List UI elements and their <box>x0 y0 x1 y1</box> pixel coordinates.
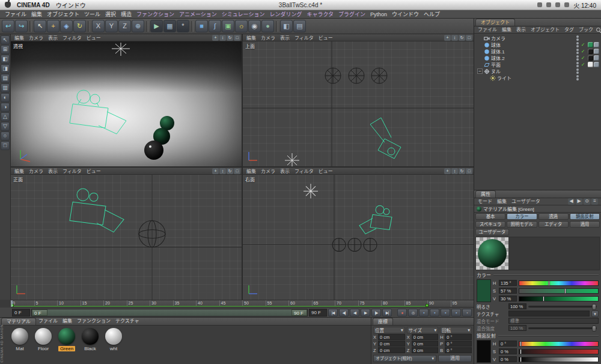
object-row[interactable]: 球体.2 ✓ <box>474 55 601 61</box>
perspective-canvas[interactable]: 透視 <box>11 41 242 166</box>
menu-item[interactable]: シミュレーション <box>219 10 267 18</box>
coordinate-field[interactable]: 0 cm <box>412 334 439 340</box>
menu-item[interactable]: アニメーション <box>177 10 219 18</box>
object-row[interactable]: ライト <box>474 74 601 81</box>
light-star[interactable] <box>285 153 299 166</box>
viewport-menu-item[interactable]: カメラ <box>258 168 278 174</box>
left-tool-icon[interactable]: ▤ <box>1 74 10 83</box>
visibility-dots[interactable] <box>575 68 580 74</box>
rotate-view-icon[interactable]: ↻ <box>227 35 233 41</box>
tab-materials[interactable]: マテリアル <box>1 318 36 325</box>
environment-icon[interactable]: ● <box>261 20 274 32</box>
left-tool-icon[interactable]: ⊞ <box>1 45 10 54</box>
coordinate-mode-dropdown[interactable]: オブジェクト(相対)▾ <box>373 355 436 362</box>
range-start-handle[interactable]: 0 F <box>32 309 47 316</box>
lock-y-axis-icon[interactable]: Y <box>105 20 118 32</box>
viewport-menu-item[interactable]: 編集 <box>12 168 26 174</box>
object-manager-menu-item[interactable]: 編集 <box>499 26 514 34</box>
menubar-window-menu[interactable]: ウインドウ <box>56 1 86 10</box>
tab-objects[interactable]: オブジェクト <box>475 19 515 26</box>
enable-check[interactable]: ✓ <box>580 42 586 47</box>
attribute-tab[interactable]: 鏡面反射 <box>570 213 600 220</box>
gradient-slider[interactable] <box>519 281 599 286</box>
viewport-menu-item[interactable]: 編集 <box>244 168 258 174</box>
viewport-menu-item[interactable]: 表示 <box>278 34 292 41</box>
channel-value-field[interactable]: 30 % <box>499 296 517 302</box>
attribute-menu-item[interactable]: モード <box>475 198 495 205</box>
spheres[interactable] <box>144 116 174 160</box>
viewport-menu-item[interactable]: フィルタ <box>60 168 84 174</box>
viewport-menu-item[interactable]: 編集 <box>244 34 258 41</box>
menu-item[interactable]: ファイル <box>2 10 29 18</box>
rotate-view-icon[interactable]: ↻ <box>459 35 465 41</box>
viewport-menu-item[interactable]: ビュー <box>316 34 335 41</box>
toggle-view-icon[interactable]: □ <box>466 168 472 174</box>
expand-toggle[interactable] <box>477 42 483 47</box>
object-tag[interactable] <box>594 49 599 54</box>
menubar-clock[interactable]: 火 12:40 <box>573 1 596 10</box>
render-picture-viewer-icon[interactable]: ▦ <box>163 20 176 32</box>
lock-x-axis-icon[interactable]: X <box>92 20 105 32</box>
object-manager-menu-item[interactable]: 表示 <box>514 26 528 34</box>
material-item[interactable]: Floor <box>33 328 53 351</box>
coordinate-field[interactable]: 0 cm <box>412 341 439 347</box>
attribute-tab[interactable]: 透過 <box>538 213 569 220</box>
viewport-perspective[interactable]: 編集カメラ表示フィルタビュー +↕↻□ 透視 <box>11 34 242 166</box>
left-tool-icon[interactable]: ◨ <box>1 64 10 73</box>
visibility-dots[interactable] <box>575 55 580 61</box>
gradient-slider[interactable] <box>519 349 599 354</box>
goto-end-button[interactable]: ▶| <box>382 309 392 317</box>
left-tool-icon[interactable]: ○ <box>1 132 10 141</box>
pan-view-icon[interactable]: + <box>444 35 451 41</box>
viewport-menu-item[interactable]: ビュー <box>84 168 103 174</box>
coordinate-field[interactable]: 0 ° <box>445 347 472 353</box>
expand-toggle[interactable] <box>483 75 489 80</box>
object-row[interactable]: − ヌル <box>474 68 601 74</box>
scale-tool-icon[interactable]: ◈ <box>60 20 73 32</box>
left-tool-icon[interactable]: ◐ <box>1 93 10 102</box>
tab-attributes[interactable]: 属性 <box>475 190 496 198</box>
object-name[interactable]: ヌル <box>491 68 501 74</box>
range-end-handle[interactable]: 90 F <box>291 309 307 316</box>
coordinate-field[interactable]: 0 cm <box>378 347 405 353</box>
menubar-status-icon[interactable] <box>537 2 542 7</box>
record-keyframe-button[interactable]: ● <box>397 309 407 317</box>
toggle-view-icon[interactable]: □ <box>466 35 472 41</box>
current-frame-field[interactable]: 0 F <box>12 309 30 317</box>
apply-button[interactable]: 適用 <box>438 355 472 362</box>
viewport-menu-item[interactable]: フィルタ <box>292 34 316 41</box>
channel-value-field[interactable]: 57 % <box>499 288 517 294</box>
texture-dropdown-button[interactable]: ▾ <box>591 311 599 317</box>
gradient-slider[interactable] <box>519 357 599 362</box>
apple-menu-icon[interactable] <box>5 2 11 8</box>
viewport-right[interactable]: 編集カメラ表示フィルタビュー +↕↻□ 右面 <box>243 168 474 300</box>
object-tag[interactable] <box>594 55 599 61</box>
slider-marker[interactable] <box>564 288 566 294</box>
live-selection-icon[interactable]: ↖ <box>34 20 46 32</box>
record-position-button[interactable]: ▪ <box>419 309 429 317</box>
coordinate-field[interactable]: 0 ° <box>445 334 472 340</box>
gradient-slider[interactable] <box>519 341 599 347</box>
channel-value-field[interactable]: 0 ° <box>499 341 517 347</box>
left-tool-icon[interactable]: △ <box>1 112 10 121</box>
camera-wireframe[interactable] <box>70 189 124 232</box>
menubar-status-icon[interactable] <box>564 2 569 7</box>
object-row[interactable]: 平面 ✓ <box>474 61 601 68</box>
object-tag[interactable] <box>588 49 593 54</box>
menubar-app-name[interactable]: CINEMA 4D <box>17 2 50 8</box>
menu-item[interactable]: ヘルプ <box>421 10 442 18</box>
history-back-icon[interactable]: ◀ <box>568 198 575 205</box>
channel-value-field[interactable]: 135 ° <box>499 280 517 286</box>
viewport-front[interactable]: 編集カメラ表示フィルタビュー +↕↻□ 正面 <box>11 168 242 300</box>
slider-marker[interactable] <box>520 341 522 347</box>
brightness-field[interactable]: 100 % <box>508 303 526 309</box>
object-tag[interactable] <box>588 62 593 67</box>
rotate-view-icon[interactable]: ↻ <box>459 168 465 174</box>
channel-value-field[interactable]: 0 % <box>499 356 517 362</box>
coordinate-column-header[interactable]: 回転▾ <box>440 327 472 333</box>
object-tag[interactable] <box>594 42 599 47</box>
visibility-dots[interactable] <box>575 42 580 47</box>
previous-frame-button[interactable]: ◀ <box>350 309 359 317</box>
expand-toggle[interactable] <box>477 62 483 67</box>
material-thumbnail[interactable] <box>58 328 75 345</box>
